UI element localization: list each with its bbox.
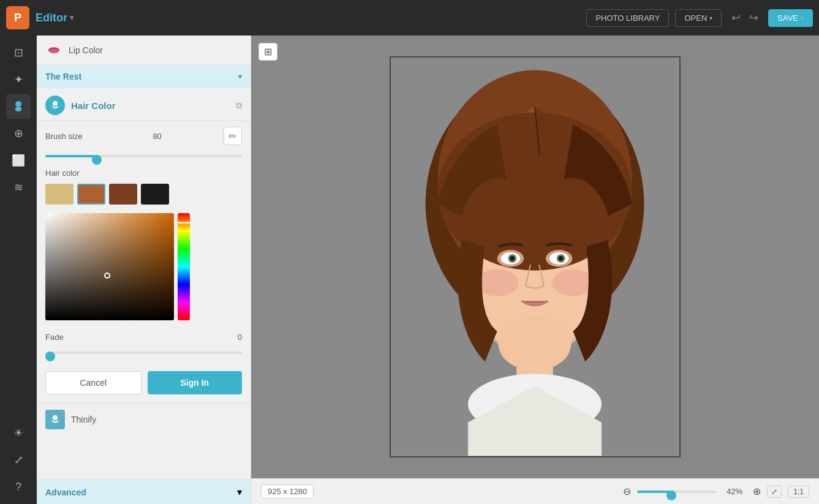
color-swatches (37, 181, 251, 211)
external-link-icon[interactable]: ⧉ (236, 100, 242, 111)
crop-tool-button[interactable]: ⊡ (6, 40, 31, 65)
photo-frame (390, 56, 681, 457)
svg-point-2 (53, 101, 58, 106)
brush-size-row: Brush size 80 ✏ (37, 121, 251, 148)
svg-point-16 (510, 256, 515, 261)
the-rest-label: The Rest (45, 72, 81, 81)
hair-color-icon (45, 96, 65, 115)
zoom-out-button[interactable]: ⊖ (623, 486, 631, 497)
svg-point-19 (552, 269, 594, 296)
photo-container (251, 36, 819, 478)
redo-button[interactable]: ↪ (745, 9, 762, 27)
texture-tool-button[interactable]: ≋ (6, 175, 31, 200)
save-chevron: ▾ (801, 15, 804, 21)
open-button[interactable]: OPEN ▾ (675, 9, 722, 27)
swatch-blonde[interactable] (45, 184, 74, 205)
fade-slider[interactable] (45, 352, 242, 354)
save-button[interactable]: SAVE ▾ (768, 9, 813, 27)
iconbar: ⊡ ✦ ⊕ ⬜ ≋ ☀ ⤢ ? (0, 36, 37, 504)
brush-size-slider-row (37, 148, 251, 166)
advanced-section-header[interactable]: Advanced ▾ (37, 480, 251, 504)
lip-color-item[interactable]: Lip Color (37, 36, 251, 66)
thinify-item[interactable]: Thinify (37, 403, 251, 435)
color-gradient-picker[interactable] (45, 213, 174, 320)
hue-indicator (178, 222, 190, 224)
hair-color-label: Hair Color (71, 100, 230, 111)
light-tool-button[interactable]: ☀ (6, 421, 31, 445)
zoom-slider[interactable] (637, 491, 716, 493)
lip-color-label: Lip Color (69, 45, 103, 55)
undo-button[interactable]: ↩ (728, 9, 744, 27)
brush-size-label: Brush size (45, 132, 83, 141)
editor-title[interactable]: Editor ▾ (36, 12, 74, 24)
app-logo: P (6, 6, 29, 29)
app-logo-text: P (14, 12, 21, 24)
the-rest-section-header[interactable]: The Rest ▾ (37, 66, 251, 88)
signin-button[interactable]: Sign In (148, 371, 243, 394)
brush-size-slider[interactable] (45, 155, 242, 157)
zoom-controls: ⊖ 42% ⊕ ⤢ 1:1 (623, 486, 809, 498)
fade-value: 0 (225, 333, 242, 342)
svg-point-3 (53, 415, 58, 420)
open-label: OPEN (684, 13, 707, 23)
help-tool-button[interactable]: ? (6, 475, 31, 499)
svg-point-0 (15, 101, 21, 107)
brush-size-value: 80 (145, 132, 162, 141)
hair-color-section: Hair Color ⧉ (37, 88, 251, 121)
undo-redo-group: ↩ ↪ (728, 9, 762, 27)
hue-bar[interactable] (178, 213, 190, 320)
editor-label: Editor (36, 12, 67, 24)
swatch-black[interactable] (141, 184, 169, 205)
zoom-percent: 42% (722, 487, 747, 496)
hair-color-text: Hair color (45, 168, 80, 178)
hair-tool-button[interactable] (6, 94, 31, 119)
swatch-dark-brown[interactable] (109, 184, 137, 205)
open-chevron: ▾ (709, 15, 712, 21)
bottombar: 925 x 1280 ⊖ 42% ⊕ ⤢ 1:1 (251, 478, 819, 504)
frame-tool-button[interactable]: ⬜ (6, 148, 31, 173)
hair-color-section-label: Hair color (37, 166, 251, 181)
thinify-icon (45, 410, 65, 429)
photo-library-button[interactable]: PHOTO LIBRARY (586, 9, 669, 27)
expand-tool-button[interactable]: ⤢ (6, 448, 31, 472)
svg-point-17 (559, 256, 564, 261)
zoom-in-button[interactable]: ⊕ (753, 486, 761, 497)
thinify-label: Thinify (71, 415, 96, 424)
photo-svg (391, 58, 679, 456)
magic-tool-button[interactable]: ✦ (6, 67, 31, 92)
topbar: P Editor ▾ PHOTO LIBRARY OPEN ▾ ↩ ↪ SAVE… (0, 0, 819, 36)
canvas-area: ⊞ (251, 36, 819, 504)
fade-label: Fade (45, 333, 64, 342)
the-rest-chevron: ▾ (238, 72, 242, 81)
advanced-chevron: ▾ (237, 486, 242, 498)
picker-dot (104, 273, 110, 279)
zoom-fit-button[interactable]: ⤢ (767, 486, 782, 498)
photo-library-label: PHOTO LIBRARY (595, 13, 660, 23)
advanced-label: Advanced (45, 487, 86, 497)
swatch-brown[interactable] (77, 184, 105, 205)
left-panel: Lip Color The Rest ▾ Hair Color ⧉ Brush … (37, 36, 251, 504)
fade-slider-row (37, 344, 251, 363)
image-dimensions: 925 x 1280 (261, 484, 314, 498)
color-picker[interactable] (45, 213, 242, 320)
fade-row: Fade 0 (37, 326, 251, 344)
editor-chevron: ▾ (70, 13, 74, 22)
main-area: ⊡ ✦ ⊕ ⬜ ≋ ☀ ⤢ ? Lip Color The Rest ▾ (0, 36, 819, 504)
eraser-button[interactable]: ✏ (224, 127, 242, 145)
panel-toggle-button[interactable]: ⊞ (259, 43, 277, 61)
zoom-ratio-button[interactable]: 1:1 (788, 486, 809, 498)
save-label: SAVE (777, 13, 798, 23)
layers-tool-button[interactable]: ⊕ (6, 121, 31, 146)
cancel-button[interactable]: Cancel (45, 371, 142, 394)
action-buttons: Cancel Sign In (37, 363, 251, 403)
lip-color-icon (45, 42, 62, 59)
